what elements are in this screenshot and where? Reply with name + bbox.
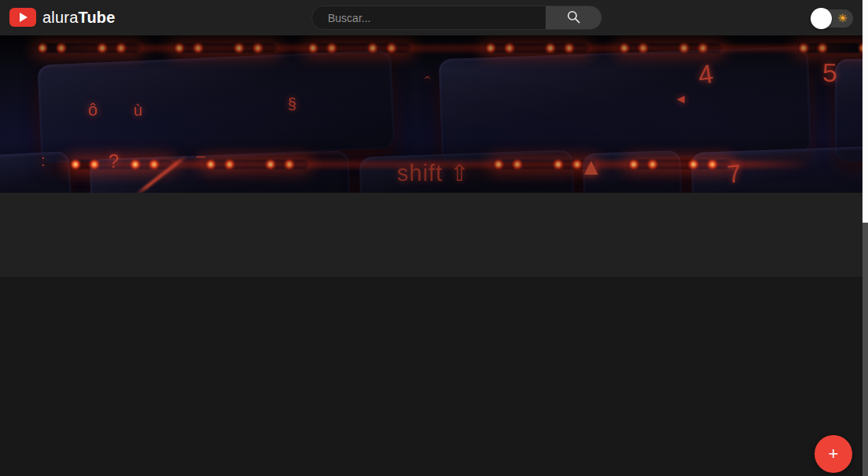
search-bar <box>311 6 602 30</box>
play-icon <box>9 8 36 27</box>
key-legend-7: 7 <box>726 159 743 190</box>
key-legend-left-triangle: ◄ <box>675 92 687 106</box>
led-lights <box>484 43 588 53</box>
channel-banner-keyboard-image: : ? – ô ù § ˆ shift ⇧ ▲ ◄ 4 5 7 <box>0 35 868 193</box>
search-input[interactable] <box>312 6 546 29</box>
key-legend-question: ? <box>108 150 119 172</box>
top-header: aluraTube ☀ <box>0 0 868 35</box>
led-lights <box>204 160 308 169</box>
key-legend-colon: : <box>41 152 46 170</box>
key-legend-circumflex: ˆ <box>425 73 430 94</box>
key-legend-u-grave: ù <box>134 101 142 120</box>
vertical-scrollbar-thumb[interactable] <box>862 0 868 223</box>
led-lights <box>618 43 722 53</box>
keyboard-key <box>439 46 811 165</box>
led-glow-band <box>31 46 857 50</box>
profile-section: Luciano Santos (lucianosants) React Deve… <box>0 193 868 277</box>
search-icon <box>566 9 581 27</box>
key-legend-shift: shift ⇧ <box>397 160 470 186</box>
keyboard-key <box>691 146 868 193</box>
search-button[interactable] <box>546 6 601 29</box>
toggle-knob[interactable] <box>811 8 832 29</box>
led-lights <box>307 43 410 53</box>
vertical-scrollbar-track[interactable] <box>862 0 868 476</box>
key-legend-dash: – <box>197 147 205 165</box>
add-video-button[interactable]: + <box>815 435 852 473</box>
keyboard-key <box>0 151 72 193</box>
key-legend-5: 5 <box>822 57 837 88</box>
key-legend-arrow-up: ▲ <box>579 153 603 180</box>
led-lights <box>173 43 277 53</box>
led-lights <box>69 160 173 169</box>
key-legend-o-circumflex: ô <box>88 100 97 120</box>
led-lights <box>36 43 140 53</box>
aluratube-page: aluraTube ☀ <box>0 0 868 476</box>
logo-text: aluraTube <box>42 9 116 27</box>
led-lights <box>627 160 731 169</box>
key-legend-section: § <box>288 95 296 113</box>
aluratube-logo[interactable]: aluraTube <box>9 8 116 27</box>
dark-mode-toggle[interactable]: ☀ <box>811 9 853 28</box>
sun-icon: ☀ <box>837 12 848 25</box>
games-section: Games Gartic Phone - Não assista a esse … <box>0 277 868 476</box>
led-lights <box>797 43 868 53</box>
